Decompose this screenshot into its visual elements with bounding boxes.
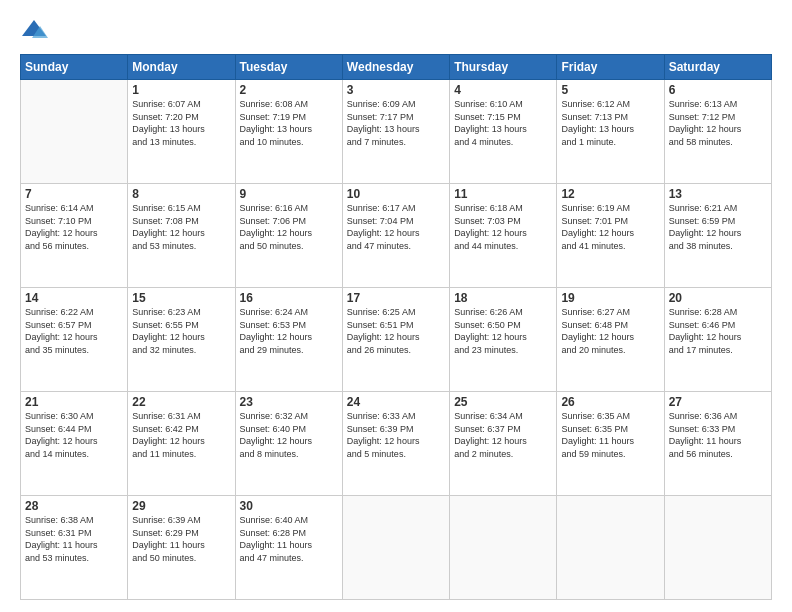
cell-content: and 50 minutes. [240,240,338,253]
cell-content: Sunrise: 6:35 AM [561,410,659,423]
cell-content: and 56 minutes. [669,448,767,461]
day-header-friday: Friday [557,55,664,80]
cell-content: and 11 minutes. [132,448,230,461]
cell-content: Sunrise: 6:22 AM [25,306,123,319]
cell-content: Sunset: 6:46 PM [669,319,767,332]
calendar-cell: 13Sunrise: 6:21 AMSunset: 6:59 PMDayligh… [664,184,771,288]
cell-content: Sunrise: 6:23 AM [132,306,230,319]
cell-content: Sunset: 7:10 PM [25,215,123,228]
day-number: 6 [669,83,767,97]
logo [20,16,52,44]
cell-content: Sunrise: 6:40 AM [240,514,338,527]
cell-content: Sunrise: 6:12 AM [561,98,659,111]
cell-content: Sunrise: 6:18 AM [454,202,552,215]
cell-content: Sunrise: 6:21 AM [669,202,767,215]
calendar-cell: 19Sunrise: 6:27 AMSunset: 6:48 PMDayligh… [557,288,664,392]
day-number: 4 [454,83,552,97]
logo-icon [20,16,48,44]
day-number: 8 [132,187,230,201]
cell-content: Sunset: 7:03 PM [454,215,552,228]
cell-content: Sunset: 7:06 PM [240,215,338,228]
cell-content: Sunrise: 6:27 AM [561,306,659,319]
cell-content: Sunrise: 6:32 AM [240,410,338,423]
calendar-cell: 15Sunrise: 6:23 AMSunset: 6:55 PMDayligh… [128,288,235,392]
calendar-cell: 6Sunrise: 6:13 AMSunset: 7:12 PMDaylight… [664,80,771,184]
cell-content: Sunrise: 6:26 AM [454,306,552,319]
cell-content: Sunrise: 6:17 AM [347,202,445,215]
cell-content: Daylight: 11 hours [25,539,123,552]
day-number: 7 [25,187,123,201]
calendar-cell: 3Sunrise: 6:09 AMSunset: 7:17 PMDaylight… [342,80,449,184]
calendar-header-row: SundayMondayTuesdayWednesdayThursdayFrid… [21,55,772,80]
calendar-cell: 27Sunrise: 6:36 AMSunset: 6:33 PMDayligh… [664,392,771,496]
calendar-cell: 4Sunrise: 6:10 AMSunset: 7:15 PMDaylight… [450,80,557,184]
day-number: 18 [454,291,552,305]
day-number: 20 [669,291,767,305]
cell-content: Daylight: 12 hours [25,227,123,240]
calendar-table: SundayMondayTuesdayWednesdayThursdayFrid… [20,54,772,600]
cell-content: Sunrise: 6:14 AM [25,202,123,215]
cell-content: Sunset: 7:04 PM [347,215,445,228]
cell-content: and 53 minutes. [25,552,123,565]
cell-content: Daylight: 12 hours [240,331,338,344]
day-number: 27 [669,395,767,409]
cell-content: Sunset: 7:13 PM [561,111,659,124]
cell-content: and 4 minutes. [454,136,552,149]
day-header-monday: Monday [128,55,235,80]
cell-content: and 56 minutes. [25,240,123,253]
day-number: 28 [25,499,123,513]
day-number: 14 [25,291,123,305]
cell-content: Sunset: 7:20 PM [132,111,230,124]
header [20,16,772,44]
cell-content: and 13 minutes. [132,136,230,149]
cell-content: Sunrise: 6:09 AM [347,98,445,111]
calendar-cell [21,80,128,184]
cell-content: Sunrise: 6:24 AM [240,306,338,319]
calendar-week-4: 28Sunrise: 6:38 AMSunset: 6:31 PMDayligh… [21,496,772,600]
day-number: 10 [347,187,445,201]
calendar-cell: 20Sunrise: 6:28 AMSunset: 6:46 PMDayligh… [664,288,771,392]
cell-content: Daylight: 12 hours [454,227,552,240]
cell-content: Sunset: 6:55 PM [132,319,230,332]
day-header-saturday: Saturday [664,55,771,80]
calendar-cell: 21Sunrise: 6:30 AMSunset: 6:44 PMDayligh… [21,392,128,496]
day-number: 1 [132,83,230,97]
cell-content: Daylight: 12 hours [25,331,123,344]
cell-content: Daylight: 11 hours [240,539,338,552]
cell-content: Sunset: 6:39 PM [347,423,445,436]
cell-content: Sunrise: 6:33 AM [347,410,445,423]
cell-content: Sunrise: 6:38 AM [25,514,123,527]
cell-content: Daylight: 12 hours [347,227,445,240]
calendar-cell: 17Sunrise: 6:25 AMSunset: 6:51 PMDayligh… [342,288,449,392]
cell-content: Sunrise: 6:31 AM [132,410,230,423]
cell-content: Sunrise: 6:25 AM [347,306,445,319]
cell-content: and 47 minutes. [240,552,338,565]
cell-content: Sunrise: 6:39 AM [132,514,230,527]
cell-content: Daylight: 13 hours [240,123,338,136]
day-number: 19 [561,291,659,305]
cell-content: Sunrise: 6:34 AM [454,410,552,423]
cell-content: Daylight: 11 hours [132,539,230,552]
calendar-cell: 26Sunrise: 6:35 AMSunset: 6:35 PMDayligh… [557,392,664,496]
calendar-cell: 23Sunrise: 6:32 AMSunset: 6:40 PMDayligh… [235,392,342,496]
cell-content: Daylight: 12 hours [454,435,552,448]
cell-content: Sunset: 6:44 PM [25,423,123,436]
cell-content: Sunset: 6:40 PM [240,423,338,436]
cell-content: Daylight: 12 hours [561,331,659,344]
cell-content: Daylight: 12 hours [669,227,767,240]
calendar-cell: 22Sunrise: 6:31 AMSunset: 6:42 PMDayligh… [128,392,235,496]
calendar-cell [557,496,664,600]
day-number: 21 [25,395,123,409]
day-number: 26 [561,395,659,409]
cell-content: Daylight: 12 hours [132,435,230,448]
day-number: 23 [240,395,338,409]
cell-content: Sunset: 6:37 PM [454,423,552,436]
cell-content: and 32 minutes. [132,344,230,357]
calendar-week-0: 1Sunrise: 6:07 AMSunset: 7:20 PMDaylight… [21,80,772,184]
cell-content: Sunrise: 6:30 AM [25,410,123,423]
cell-content: Daylight: 12 hours [25,435,123,448]
cell-content: Sunrise: 6:10 AM [454,98,552,111]
cell-content: Daylight: 13 hours [454,123,552,136]
cell-content: Sunset: 6:42 PM [132,423,230,436]
cell-content: Sunrise: 6:36 AM [669,410,767,423]
